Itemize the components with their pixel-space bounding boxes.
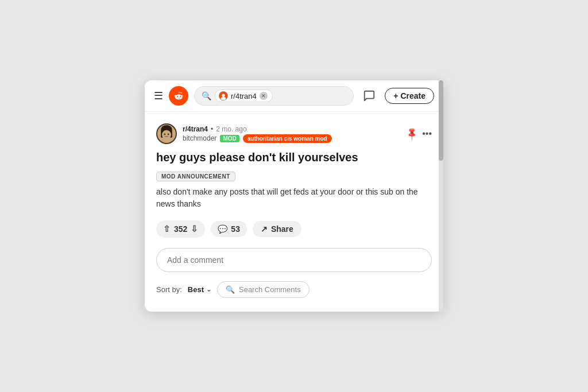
comment-bubble-icon: 💬 — [218, 224, 227, 234]
search-comments-input[interactable]: 🔍 Search Comments — [217, 281, 310, 298]
post-time: 2 mo. ago — [216, 125, 246, 133]
create-button[interactable]: + Create — [385, 88, 434, 104]
search-icon: 🔍 — [202, 91, 211, 100]
add-comment-input[interactable] — [156, 248, 432, 272]
clear-search-button[interactable]: ✕ — [260, 92, 268, 100]
dot-separator: • — [211, 125, 213, 133]
svg-point-3 — [221, 97, 226, 100]
subreddit-search-pill[interactable]: r/4tran4 ✕ — [215, 90, 273, 102]
chat-icon — [363, 90, 376, 102]
share-icon: ↗ — [261, 224, 268, 234]
create-label: Create — [400, 91, 425, 100]
post-action-bar: ⇧ 352 ⇩ 💬 53 ↗ Share — [156, 220, 432, 238]
sort-search-row: Sort by: Best ⌄ 🔍 Search Comments — [156, 281, 432, 298]
scrollbar-thumb[interactable] — [439, 80, 443, 161]
post-action-icons: 📌 ••• — [406, 129, 432, 139]
mod-badge: MOD — [220, 135, 239, 142]
sort-chevron-icon: ⌄ — [206, 286, 211, 293]
pin-icon: 📌 — [404, 126, 420, 142]
post-subreddit[interactable]: r/4tran4 — [183, 125, 208, 133]
svg-point-8 — [162, 130, 171, 139]
comment-count: 53 — [231, 224, 240, 234]
reddit-logo-icon[interactable] — [169, 86, 188, 106]
svg-point-9 — [164, 134, 166, 135]
post-meta-row: r/4tran4 • 2 mo. ago bitchmoder MOD auth… — [156, 123, 432, 144]
vote-count: 352 — [174, 224, 187, 234]
more-options-button[interactable]: ••• — [422, 129, 432, 139]
comments-button[interactable]: 💬 53 — [211, 221, 247, 237]
share-button[interactable]: ↗ Share — [253, 221, 301, 237]
share-label: Share — [271, 224, 293, 234]
subreddit-pill-label: r/4tran4 — [231, 92, 257, 100]
create-plus-icon: + — [393, 91, 398, 100]
svg-point-10 — [168, 134, 169, 135]
flair-badge[interactable]: authoritarian cis woman mod — [243, 134, 332, 143]
avatar-svg — [157, 125, 176, 143]
post-title: hey guys please don't kill yourselves — [156, 150, 432, 165]
search-comments-icon: 🔍 — [226, 285, 235, 294]
search-comments-placeholder: Search Comments — [239, 285, 301, 294]
post-author-avatar[interactable] — [156, 123, 177, 144]
svg-point-2 — [222, 94, 225, 97]
mod-announcement-tag: MOD ANNOUNCEMENT — [156, 172, 235, 181]
chat-button[interactable] — [359, 86, 379, 106]
search-bar[interactable]: 🔍 r/4tran4 ✕ — [194, 86, 354, 106]
sort-value: Best — [188, 285, 204, 294]
post-body: also don't make any posts that will get … — [156, 186, 432, 210]
vote-pill[interactable]: ⇧ 352 ⇩ — [156, 220, 205, 238]
post-meta-info: r/4tran4 • 2 mo. ago bitchmoder MOD auth… — [183, 125, 332, 143]
author-badges-line: bitchmoder MOD authoritarian cis woman m… — [183, 134, 332, 143]
sort-dropdown[interactable]: Best ⌄ — [188, 285, 211, 294]
upvote-button[interactable]: ⇧ — [163, 224, 171, 234]
sort-by-label: Sort by: — [156, 285, 182, 294]
post-author[interactable]: bitchmoder — [183, 134, 216, 142]
post-content-area: r/4tran4 • 2 mo. ago bitchmoder MOD auth… — [145, 112, 443, 312]
downvote-button[interactable]: ⇩ — [191, 224, 198, 234]
subreddit-time-line: r/4tran4 • 2 mo. ago — [183, 125, 332, 133]
reddit-alien-svg — [172, 90, 185, 102]
scrollbar-track[interactable] — [439, 80, 443, 312]
navbar: ☰ 🔍 — [145, 80, 443, 112]
subreddit-avatar — [219, 91, 228, 100]
hamburger-menu-button[interactable]: ☰ — [154, 90, 163, 102]
